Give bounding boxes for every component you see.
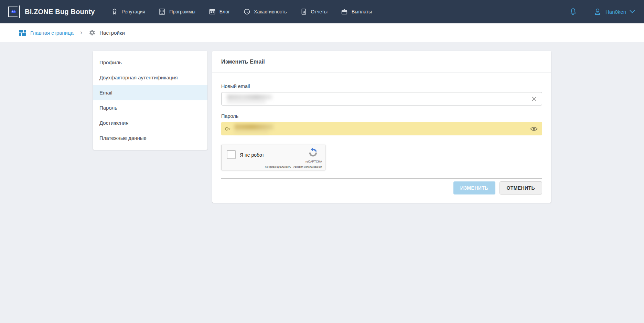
- recaptcha-brand-text: reCAPTCHA: [305, 160, 321, 163]
- submit-button[interactable]: ИЗМЕНИТЬ: [453, 181, 495, 194]
- nav-item-label: Репутация: [122, 9, 146, 14]
- sidebar-item-payment-details[interactable]: Платежные данные: [93, 131, 207, 146]
- notifications-bell-icon[interactable]: [569, 8, 577, 16]
- top-navbar: BI.ZONE Bug Bounty Репутация Программы: [0, 0, 644, 23]
- bug-icon: [10, 9, 17, 14]
- brand-logo[interactable]: BI.ZONE Bug Bounty: [8, 5, 95, 18]
- breadcrumb-home-link[interactable]: Главная страница: [19, 29, 74, 36]
- settings-sidebar: Профиль Двухфакторная аутентификация Ema…: [93, 51, 207, 150]
- breadcrumb-home-label: Главная страница: [30, 30, 74, 36]
- medal-icon: [111, 8, 118, 15]
- sidebar-item-profile[interactable]: Профиль: [93, 55, 207, 70]
- wallet-icon: [341, 8, 348, 15]
- new-email-input[interactable]: [221, 92, 542, 105]
- nav-item-hackactivity[interactable]: Хакактивность: [243, 8, 287, 15]
- navbar-right: Han0ken: [569, 7, 635, 16]
- new-email-label: Новый email: [221, 83, 542, 89]
- form-actions: ИЗМЕНИТЬ ОТМЕНИТЬ: [221, 178, 542, 203]
- dashboard-icon: [19, 29, 26, 36]
- clear-icon[interactable]: [531, 96, 537, 102]
- recaptcha-logo-icon: [308, 147, 318, 158]
- nav-item-blog[interactable]: Блог: [208, 8, 230, 15]
- nav-item-programs[interactable]: Программы: [158, 8, 195, 15]
- sidebar-item-email[interactable]: Email: [93, 85, 207, 100]
- username: Han0ken: [605, 9, 626, 15]
- recaptcha-logo-block: reCAPTCHA: [305, 147, 321, 163]
- nav-item-reports[interactable]: Отчеты: [300, 8, 328, 15]
- nav-item-reputation[interactable]: Репутация: [111, 8, 146, 15]
- user-menu[interactable]: Han0ken: [593, 7, 635, 16]
- key-icon: [224, 125, 231, 132]
- report-icon: [300, 8, 308, 15]
- breadcrumb-separator: ›: [80, 29, 82, 36]
- nav-item-payouts[interactable]: Выплаты: [341, 8, 372, 15]
- breadcrumb: Главная страница › Настройки: [0, 23, 644, 42]
- page-title: Изменить Email: [221, 59, 265, 65]
- building-icon: [158, 8, 166, 15]
- recaptcha-privacy-links[interactable]: Конфиденциальность - Условия использован…: [265, 165, 322, 168]
- change-email-form: Новый email Пароль: [212, 73, 551, 170]
- password-label: Пароль: [221, 113, 542, 119]
- recaptcha-checkbox[interactable]: [227, 150, 236, 159]
- brand-title: BI.ZONE Bug Bounty: [25, 8, 95, 16]
- change-email-card: Изменить Email Новый email Пароль: [212, 51, 551, 203]
- cancel-button[interactable]: ОТМЕНИТЬ: [500, 181, 542, 194]
- newspaper-icon: [208, 8, 216, 15]
- nav-item-label: Выплаты: [352, 9, 372, 14]
- eye-icon[interactable]: [530, 125, 538, 133]
- recaptcha-widget: Я не робот reCAPTCHA Конфиденциальность …: [221, 145, 325, 170]
- bizone-logo-icon: [8, 5, 20, 18]
- nav-item-label: Отчеты: [311, 9, 328, 14]
- sidebar-item-achievements[interactable]: Достижения: [93, 115, 207, 131]
- recaptcha-label: Я не робот: [240, 152, 264, 158]
- history-icon: [243, 8, 250, 15]
- sidebar-item-password[interactable]: Пароль: [93, 100, 207, 115]
- breadcrumb-current-label: Настройки: [99, 30, 125, 36]
- password-input[interactable]: [221, 122, 542, 135]
- main-navigation: Репутация Программы Блог: [111, 8, 372, 15]
- card-header: Изменить Email: [212, 51, 551, 73]
- nav-item-label: Программы: [169, 9, 195, 14]
- nav-item-label: Блог: [219, 9, 230, 14]
- redacted-password-value: [234, 124, 273, 133]
- user-icon: [593, 7, 602, 16]
- gear-icon: [89, 29, 96, 36]
- page-content: Профиль Двухфакторная аутентификация Ema…: [0, 42, 644, 203]
- chevron-down-icon: [630, 10, 635, 13]
- breadcrumb-current: Настройки: [89, 29, 125, 36]
- nav-item-label: Хакактивность: [254, 9, 287, 14]
- redacted-email-value: [227, 94, 272, 103]
- sidebar-item-2fa[interactable]: Двухфакторная аутентификация: [93, 70, 207, 85]
